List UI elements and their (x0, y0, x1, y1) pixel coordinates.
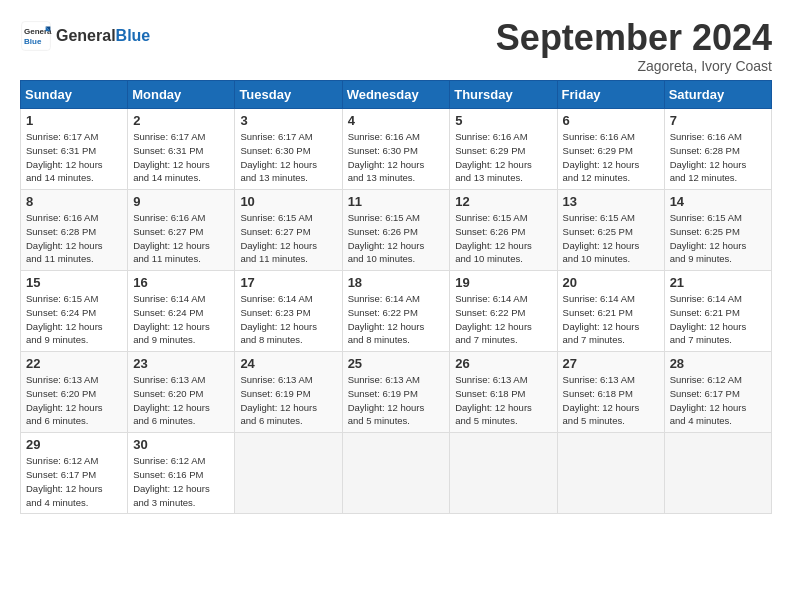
calendar-day-cell: 14Sunrise: 6:15 AMSunset: 6:25 PMDayligh… (664, 190, 771, 271)
day-info: Sunrise: 6:16 AMSunset: 6:27 PMDaylight:… (133, 211, 229, 266)
day-info: Sunrise: 6:14 AMSunset: 6:21 PMDaylight:… (670, 292, 766, 347)
calendar-day-cell: 18Sunrise: 6:14 AMSunset: 6:22 PMDayligh… (342, 271, 450, 352)
calendar-day-cell: 8Sunrise: 6:16 AMSunset: 6:28 PMDaylight… (21, 190, 128, 271)
calendar-day-cell: 24Sunrise: 6:13 AMSunset: 6:19 PMDayligh… (235, 352, 342, 433)
page-header: General Blue GeneralBlue September 2024 … (20, 20, 772, 74)
col-header-sunday: Sunday (21, 81, 128, 109)
day-info: Sunrise: 6:13 AMSunset: 6:18 PMDaylight:… (455, 373, 551, 428)
day-number: 28 (670, 356, 766, 371)
calendar-day-cell: 2Sunrise: 6:17 AMSunset: 6:31 PMDaylight… (128, 109, 235, 190)
day-number: 12 (455, 194, 551, 209)
day-info: Sunrise: 6:14 AMSunset: 6:24 PMDaylight:… (133, 292, 229, 347)
day-number: 21 (670, 275, 766, 290)
day-number: 8 (26, 194, 122, 209)
day-number: 20 (563, 275, 659, 290)
day-info: Sunrise: 6:15 AMSunset: 6:27 PMDaylight:… (240, 211, 336, 266)
calendar-day-cell: 17Sunrise: 6:14 AMSunset: 6:23 PMDayligh… (235, 271, 342, 352)
calendar-day-cell: 20Sunrise: 6:14 AMSunset: 6:21 PMDayligh… (557, 271, 664, 352)
day-info: Sunrise: 6:12 AMSunset: 6:17 PMDaylight:… (670, 373, 766, 428)
day-info: Sunrise: 6:14 AMSunset: 6:23 PMDaylight:… (240, 292, 336, 347)
col-header-tuesday: Tuesday (235, 81, 342, 109)
empty-cell (664, 433, 771, 514)
title-block: September 2024 Zagoreta, Ivory Coast (496, 20, 772, 74)
day-number: 13 (563, 194, 659, 209)
calendar-day-cell: 3Sunrise: 6:17 AMSunset: 6:30 PMDaylight… (235, 109, 342, 190)
day-number: 11 (348, 194, 445, 209)
calendar-day-cell: 25Sunrise: 6:13 AMSunset: 6:19 PMDayligh… (342, 352, 450, 433)
calendar-day-cell: 28Sunrise: 6:12 AMSunset: 6:17 PMDayligh… (664, 352, 771, 433)
logo-icon: General Blue (20, 20, 52, 52)
day-info: Sunrise: 6:13 AMSunset: 6:19 PMDaylight:… (240, 373, 336, 428)
calendar-day-cell: 4Sunrise: 6:16 AMSunset: 6:30 PMDaylight… (342, 109, 450, 190)
day-info: Sunrise: 6:15 AMSunset: 6:25 PMDaylight:… (563, 211, 659, 266)
calendar-day-cell: 13Sunrise: 6:15 AMSunset: 6:25 PMDayligh… (557, 190, 664, 271)
day-number: 7 (670, 113, 766, 128)
day-info: Sunrise: 6:15 AMSunset: 6:26 PMDaylight:… (455, 211, 551, 266)
calendar-day-cell: 29Sunrise: 6:12 AMSunset: 6:17 PMDayligh… (21, 433, 128, 514)
day-info: Sunrise: 6:17 AMSunset: 6:30 PMDaylight:… (240, 130, 336, 185)
calendar-day-cell: 16Sunrise: 6:14 AMSunset: 6:24 PMDayligh… (128, 271, 235, 352)
day-number: 14 (670, 194, 766, 209)
empty-cell (342, 433, 450, 514)
day-info: Sunrise: 6:16 AMSunset: 6:28 PMDaylight:… (26, 211, 122, 266)
day-number: 2 (133, 113, 229, 128)
col-header-wednesday: Wednesday (342, 81, 450, 109)
day-info: Sunrise: 6:16 AMSunset: 6:30 PMDaylight:… (348, 130, 445, 185)
empty-cell (557, 433, 664, 514)
calendar-week-row: 29Sunrise: 6:12 AMSunset: 6:17 PMDayligh… (21, 433, 772, 514)
calendar-day-cell: 22Sunrise: 6:13 AMSunset: 6:20 PMDayligh… (21, 352, 128, 433)
logo-general: General (56, 27, 116, 44)
calendar-day-cell: 19Sunrise: 6:14 AMSunset: 6:22 PMDayligh… (450, 271, 557, 352)
logo-wordmark: GeneralBlue (56, 28, 150, 44)
calendar-header-row: Sunday Monday Tuesday Wednesday Thursday… (21, 81, 772, 109)
day-info: Sunrise: 6:14 AMSunset: 6:21 PMDaylight:… (563, 292, 659, 347)
calendar-day-cell: 23Sunrise: 6:13 AMSunset: 6:20 PMDayligh… (128, 352, 235, 433)
svg-text:Blue: Blue (24, 37, 42, 46)
day-info: Sunrise: 6:15 AMSunset: 6:25 PMDaylight:… (670, 211, 766, 266)
day-number: 19 (455, 275, 551, 290)
logo: General Blue GeneralBlue (20, 20, 150, 52)
day-number: 25 (348, 356, 445, 371)
day-number: 23 (133, 356, 229, 371)
day-number: 27 (563, 356, 659, 371)
day-number: 4 (348, 113, 445, 128)
calendar-day-cell: 10Sunrise: 6:15 AMSunset: 6:27 PMDayligh… (235, 190, 342, 271)
day-number: 17 (240, 275, 336, 290)
day-info: Sunrise: 6:17 AMSunset: 6:31 PMDaylight:… (26, 130, 122, 185)
col-header-saturday: Saturday (664, 81, 771, 109)
empty-cell (235, 433, 342, 514)
day-number: 3 (240, 113, 336, 128)
calendar-week-row: 8Sunrise: 6:16 AMSunset: 6:28 PMDaylight… (21, 190, 772, 271)
calendar-day-cell: 7Sunrise: 6:16 AMSunset: 6:28 PMDaylight… (664, 109, 771, 190)
day-info: Sunrise: 6:16 AMSunset: 6:29 PMDaylight:… (563, 130, 659, 185)
day-info: Sunrise: 6:13 AMSunset: 6:20 PMDaylight:… (133, 373, 229, 428)
empty-cell (450, 433, 557, 514)
calendar-day-cell: 21Sunrise: 6:14 AMSunset: 6:21 PMDayligh… (664, 271, 771, 352)
location-subtitle: Zagoreta, Ivory Coast (496, 58, 772, 74)
calendar-day-cell: 5Sunrise: 6:16 AMSunset: 6:29 PMDaylight… (450, 109, 557, 190)
calendar-week-row: 22Sunrise: 6:13 AMSunset: 6:20 PMDayligh… (21, 352, 772, 433)
day-info: Sunrise: 6:12 AMSunset: 6:16 PMDaylight:… (133, 454, 229, 509)
calendar-table: Sunday Monday Tuesday Wednesday Thursday… (20, 80, 772, 514)
logo-blue: Blue (116, 27, 151, 44)
day-number: 22 (26, 356, 122, 371)
calendar-day-cell: 11Sunrise: 6:15 AMSunset: 6:26 PMDayligh… (342, 190, 450, 271)
day-info: Sunrise: 6:12 AMSunset: 6:17 PMDaylight:… (26, 454, 122, 509)
day-number: 1 (26, 113, 122, 128)
day-number: 15 (26, 275, 122, 290)
day-number: 29 (26, 437, 122, 452)
day-info: Sunrise: 6:13 AMSunset: 6:20 PMDaylight:… (26, 373, 122, 428)
col-header-monday: Monday (128, 81, 235, 109)
day-info: Sunrise: 6:15 AMSunset: 6:24 PMDaylight:… (26, 292, 122, 347)
day-info: Sunrise: 6:15 AMSunset: 6:26 PMDaylight:… (348, 211, 445, 266)
calendar-week-row: 1Sunrise: 6:17 AMSunset: 6:31 PMDaylight… (21, 109, 772, 190)
month-title: September 2024 (496, 20, 772, 56)
calendar-day-cell: 9Sunrise: 6:16 AMSunset: 6:27 PMDaylight… (128, 190, 235, 271)
calendar-day-cell: 6Sunrise: 6:16 AMSunset: 6:29 PMDaylight… (557, 109, 664, 190)
day-number: 6 (563, 113, 659, 128)
day-info: Sunrise: 6:16 AMSunset: 6:29 PMDaylight:… (455, 130, 551, 185)
calendar-day-cell: 27Sunrise: 6:13 AMSunset: 6:18 PMDayligh… (557, 352, 664, 433)
day-number: 5 (455, 113, 551, 128)
col-header-thursday: Thursday (450, 81, 557, 109)
day-number: 26 (455, 356, 551, 371)
